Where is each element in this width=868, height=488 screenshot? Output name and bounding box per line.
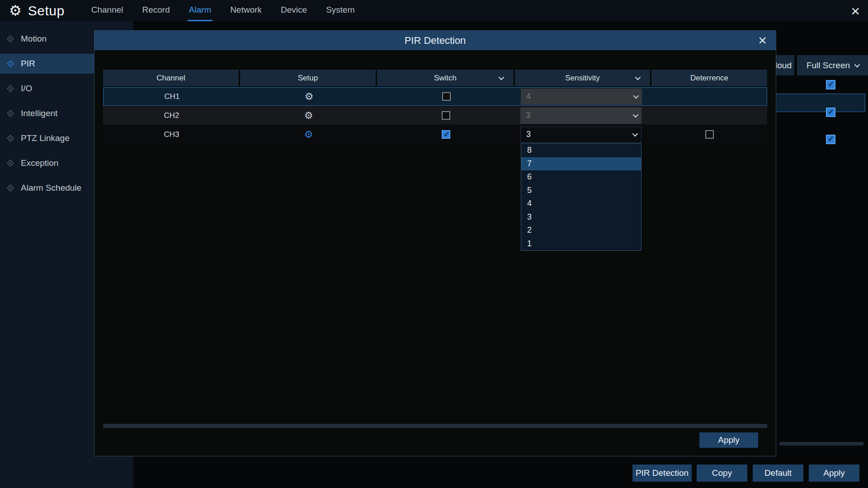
bg-horizontal-scrollbar[interactable]: [779, 442, 863, 446]
dropdown-option[interactable]: 8: [521, 144, 641, 157]
modal-close-icon[interactable]: ×: [758, 32, 767, 49]
setup-gear-icon: ⚙: [9, 4, 22, 18]
chevron-down-icon: [632, 131, 638, 137]
diamond-icon: [6, 109, 15, 118]
switch-checkbox[interactable]: [442, 130, 450, 139]
sensitivity-value: 3: [526, 111, 530, 120]
pir-detection-button[interactable]: PIR Detection: [632, 465, 692, 482]
table-row-ch3[interactable]: CH3 ⚙ 3: [103, 125, 767, 144]
sidebar-item-label: I/O: [21, 84, 32, 94]
sensitivity-select[interactable]: 4: [521, 89, 642, 105]
dropdown-option[interactable]: 4: [521, 197, 641, 211]
bg-column-header-label: Full Screen: [807, 61, 850, 70]
column-header-setup: Setup: [240, 70, 377, 86]
diamond-icon: [6, 59, 15, 68]
dropdown-option[interactable]: 7: [521, 157, 641, 171]
dropdown-option[interactable]: 3: [521, 211, 641, 224]
chevron-down-icon: [633, 112, 639, 118]
column-header-label: Switch: [434, 74, 457, 83]
column-header-channel: Channel: [103, 70, 240, 86]
bg-full-screen-checkbox[interactable]: [826, 80, 835, 89]
page-title: Setup: [28, 3, 65, 19]
setup-gear-icon[interactable]: ⚙: [304, 111, 313, 121]
diamond-icon: [6, 34, 15, 43]
switch-checkbox[interactable]: [442, 111, 450, 120]
column-header-deterrence: Deterrence: [651, 70, 767, 86]
chevron-down-icon: [633, 93, 639, 99]
pir-detection-modal: PIR Detection × Channel Setup Switch Sen…: [94, 30, 776, 456]
diamond-icon: [6, 134, 15, 143]
window-close-icon[interactable]: ×: [851, 3, 860, 19]
tab-record[interactable]: Record: [141, 0, 171, 21]
sensitivity-select[interactable]: 3: [520, 127, 642, 143]
diamond-icon: [6, 159, 15, 168]
tab-device[interactable]: Device: [279, 0, 308, 21]
channel-cell: CH1: [104, 88, 241, 105]
modal-title: PIR Detection: [405, 35, 466, 47]
setup-gear-icon[interactable]: ⚙: [304, 130, 313, 140]
tab-system[interactable]: System: [325, 0, 356, 21]
sensitivity-value: 4: [526, 92, 531, 101]
sidebar-item-label: PTZ Linkage: [21, 133, 70, 143]
modal-horizontal-scrollbar[interactable]: [103, 424, 767, 428]
screen: ⚙ Setup Channel Record Alarm Network Dev…: [0, 0, 868, 488]
tab-alarm[interactable]: Alarm: [188, 0, 213, 21]
sidebar-item-label: Exception: [21, 158, 58, 168]
channel-cell: CH2: [103, 106, 240, 125]
dropdown-option[interactable]: 5: [521, 184, 641, 197]
chevron-down-icon: [499, 75, 505, 80]
column-header-switch[interactable]: Switch: [377, 70, 515, 86]
tab-network[interactable]: Network: [229, 0, 263, 21]
sidebar-item-label: Intelligent: [21, 108, 57, 118]
main-nav: Channel Record Alarm Network Device Syst…: [90, 0, 356, 21]
column-header-label: Sensitivity: [565, 74, 600, 83]
pir-table: Channel Setup Switch Sensitivity Deterre…: [103, 70, 767, 144]
bottom-button-bar: PIR Detection Copy Default Apply: [0, 465, 868, 483]
diamond-icon: [6, 84, 15, 93]
dropdown-option[interactable]: 2: [521, 224, 641, 237]
table-row-ch1[interactable]: CH1 ⚙ 4: [103, 87, 767, 106]
setup-gear-icon[interactable]: ⚙: [305, 92, 314, 102]
diamond-icon: [6, 183, 15, 192]
table-row-ch2[interactable]: CH2 ⚙ 3: [103, 106, 767, 125]
sidebar-item-label: PIR: [21, 59, 35, 69]
bg-full-screen-checkbox[interactable]: [826, 108, 835, 117]
copy-button[interactable]: Copy: [697, 465, 747, 482]
modal-apply-button[interactable]: Apply: [699, 432, 758, 448]
bg-column-header-full-screen[interactable]: Full Screen: [797, 55, 868, 75]
apply-button[interactable]: Apply: [809, 465, 859, 482]
switch-checkbox[interactable]: [442, 92, 451, 101]
tab-channel[interactable]: Channel: [90, 0, 125, 21]
bg-selected-row: [769, 94, 865, 112]
bg-full-screen-checkbox[interactable]: [826, 135, 835, 144]
dropdown-option[interactable]: 1: [521, 237, 641, 251]
chevron-down-icon: [635, 75, 641, 80]
pir-table-header: Channel Setup Switch Sensitivity Deterre…: [103, 70, 767, 86]
sensitivity-dropdown: 8 7 6 5 4 3 2 1: [521, 143, 642, 251]
sidebar-item-label: Motion: [21, 34, 47, 44]
default-button[interactable]: Default: [753, 465, 803, 482]
deterrence-checkbox[interactable]: [705, 130, 714, 139]
sensitivity-select[interactable]: 3: [520, 108, 642, 124]
topbar: ⚙ Setup Channel Record Alarm Network Dev…: [0, 0, 868, 21]
sidebar-item-label: Alarm Schedule: [21, 183, 81, 193]
column-header-sensitivity[interactable]: Sensitivity: [515, 70, 651, 86]
channel-cell: CH3: [103, 125, 240, 144]
modal-titlebar: PIR Detection ×: [94, 31, 776, 50]
chevron-down-icon: [854, 62, 860, 68]
dropdown-option[interactable]: 6: [521, 170, 641, 184]
sensitivity-value: 3: [526, 130, 531, 139]
